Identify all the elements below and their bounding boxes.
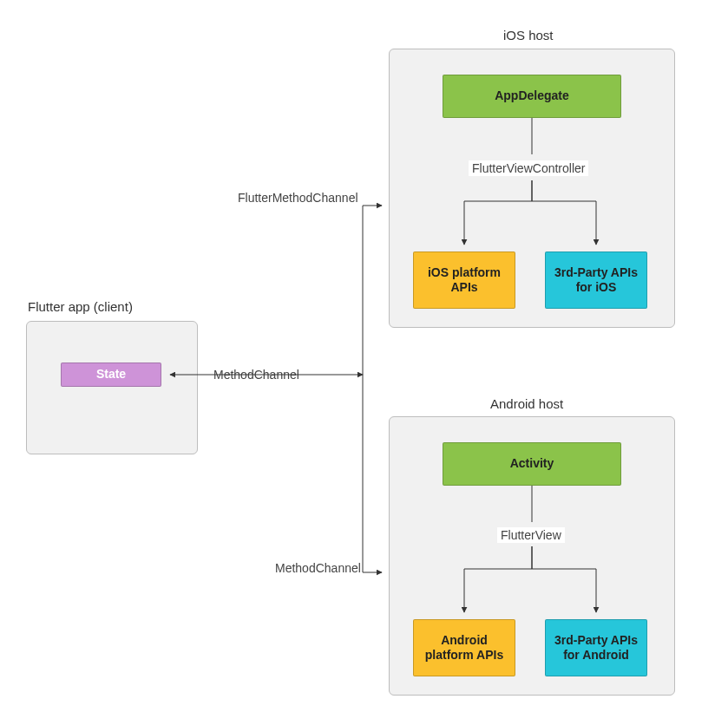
container-flutter-client — [26, 321, 198, 454]
title-flutter-client: Flutter app (client) — [28, 299, 133, 314]
node-app-delegate: AppDelegate — [443, 75, 621, 118]
label-flutter-method-channel: FlutterMethodChannel — [234, 190, 362, 206]
label-android-method-channel: MethodChannel — [272, 560, 364, 576]
node-state: State — [61, 363, 161, 387]
title-ios-host: iOS host — [503, 28, 554, 42]
node-activity: Activity — [443, 442, 621, 486]
label-flutter-view-controller: FlutterViewController — [469, 160, 588, 176]
label-flutter-view: FlutterView — [497, 527, 565, 543]
node-android-third-party: 3rd-Party APIs for Android — [545, 619, 647, 676]
node-android-platform-apis: Android platform APIs — [413, 619, 515, 676]
title-android-host: Android host — [490, 396, 563, 411]
node-ios-platform-apis: iOS platform APIs — [413, 251, 515, 309]
node-ios-third-party: 3rd-Party APIs for iOS — [545, 251, 647, 309]
label-method-channel: MethodChannel — [210, 367, 303, 382]
